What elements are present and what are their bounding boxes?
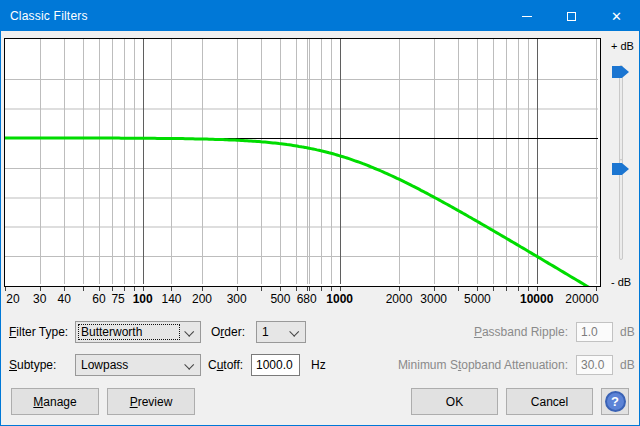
x-axis-labels: 2030406075100140200300500680100020003000… xyxy=(1,292,613,308)
x-axis-tick xyxy=(331,287,332,291)
x-axis-tick xyxy=(307,287,308,291)
x-axis-tick xyxy=(99,287,100,291)
x-axis-tick xyxy=(596,287,597,291)
upper-db-slider[interactable] xyxy=(612,63,630,164)
chevron-down-icon xyxy=(289,327,299,337)
upper-db-slider-thumb[interactable] xyxy=(612,66,629,78)
x-axis-tick xyxy=(112,287,113,291)
x-axis-tick xyxy=(506,287,507,291)
ok-button[interactable]: OK xyxy=(411,388,498,415)
minus-db-label: - dB xyxy=(611,276,631,288)
lower-db-slider[interactable] xyxy=(612,157,630,260)
x-axis-tick-label: 300 xyxy=(227,292,247,306)
x-axis-tick-label: 3000 xyxy=(420,292,447,306)
stopband-attenuation-input xyxy=(576,355,613,375)
x-axis-tick xyxy=(83,287,84,291)
x-axis-tick xyxy=(537,287,538,291)
x-axis-tick-label: 200 xyxy=(192,292,212,306)
db-range-panel: + dB - dB xyxy=(601,31,640,287)
x-axis-tick-label: 20 xyxy=(6,292,19,306)
x-axis-tick xyxy=(171,287,172,291)
help-icon: ? xyxy=(605,391,626,412)
x-axis-tick-label: 20000 xyxy=(565,292,598,306)
lower-db-slider-thumb[interactable] xyxy=(612,163,629,175)
caption-buttons: ✕ xyxy=(504,1,639,31)
cancel-button[interactable]: Cancel xyxy=(506,388,593,415)
filter-response-svg xyxy=(5,39,600,286)
maximize-icon xyxy=(567,12,576,21)
manage-button[interactable]: Manage xyxy=(11,388,99,415)
stopband-db-unit: dB xyxy=(620,354,635,376)
x-axis-tick-label: 2000 xyxy=(386,292,413,306)
window-title: Classic Filters xyxy=(1,9,88,23)
filter-type-label: Filter Type: xyxy=(9,321,68,343)
x-axis-tick xyxy=(5,287,6,291)
x-axis-tick xyxy=(280,287,281,291)
x-axis-tick-label: 60 xyxy=(92,292,105,306)
plus-db-label: + dB xyxy=(611,40,634,52)
passband-ripple-label: Passband Ripple: xyxy=(339,321,568,343)
x-axis-tick xyxy=(434,287,435,291)
x-axis-tick xyxy=(458,287,459,291)
close-button[interactable]: ✕ xyxy=(594,1,639,31)
close-icon: ✕ xyxy=(611,10,622,23)
x-axis-tick xyxy=(309,287,310,291)
x-axis-tick xyxy=(202,287,203,291)
x-axis-tick-label: 75 xyxy=(111,292,124,306)
passband-db-unit: dB xyxy=(620,321,635,343)
frequency-response-plot xyxy=(4,38,601,287)
x-axis-tick-label: 500 xyxy=(270,292,290,306)
subtype-label: Subtype: xyxy=(9,354,56,376)
x-axis-tick xyxy=(528,287,529,291)
minimize-button[interactable] xyxy=(504,1,549,31)
order-label: Order: xyxy=(211,321,245,343)
hz-unit: Hz xyxy=(311,354,326,376)
x-axis-tick xyxy=(124,287,125,291)
preview-button[interactable]: Preview xyxy=(107,388,195,415)
cutoff-label: Cutoff: xyxy=(208,354,243,376)
passband-ripple-input xyxy=(576,322,613,342)
stopband-attenuation-label: Minimum Stopband Attenuation: xyxy=(337,354,568,376)
help-button[interactable]: ? xyxy=(601,388,629,415)
filter-type-value: Butterworth xyxy=(81,325,142,339)
x-axis-tick-label: 10000 xyxy=(520,292,553,306)
x-axis-tick-label: 1000 xyxy=(326,292,353,306)
x-axis-tick xyxy=(237,287,238,291)
x-axis-tick xyxy=(40,287,41,291)
x-axis-tick xyxy=(261,287,262,291)
titlebar[interactable]: Classic Filters ✕ xyxy=(1,1,639,31)
chevron-down-icon xyxy=(184,360,194,370)
chevron-down-icon xyxy=(184,327,194,337)
classic-filters-dialog: Classic Filters ✕ 2030406075100140200300… xyxy=(0,0,640,426)
x-axis-tick-label: 100 xyxy=(133,292,153,306)
subtype-dropdown[interactable]: Lowpass xyxy=(75,354,201,376)
x-axis-tick-label: 680 xyxy=(297,292,317,306)
order-value: 1 xyxy=(262,325,269,339)
subtype-value: Lowpass xyxy=(81,358,128,372)
minimize-icon xyxy=(522,16,532,17)
x-axis-tick xyxy=(296,287,297,291)
x-axis-tick-label: 30 xyxy=(33,292,46,306)
x-axis-tick xyxy=(321,287,322,291)
x-axis-tick xyxy=(64,287,65,291)
x-axis-tick xyxy=(399,287,400,291)
x-axis-tick-label: 5000 xyxy=(464,292,491,306)
cutoff-input[interactable] xyxy=(251,354,300,376)
x-axis-tick-label: 140 xyxy=(161,292,181,306)
x-axis-tick xyxy=(493,287,494,291)
x-axis-tick-label: 40 xyxy=(58,292,71,306)
upper-db-slider-track[interactable] xyxy=(619,65,623,164)
order-dropdown[interactable]: 1 xyxy=(256,321,306,343)
x-axis-tick xyxy=(518,287,519,291)
filter-type-dropdown[interactable]: Butterworth xyxy=(75,321,201,343)
x-axis-tick xyxy=(340,287,341,291)
x-axis-tick xyxy=(143,287,144,291)
x-axis-tick xyxy=(477,287,478,291)
maximize-button[interactable] xyxy=(549,1,594,31)
x-axis-tick xyxy=(134,287,135,291)
